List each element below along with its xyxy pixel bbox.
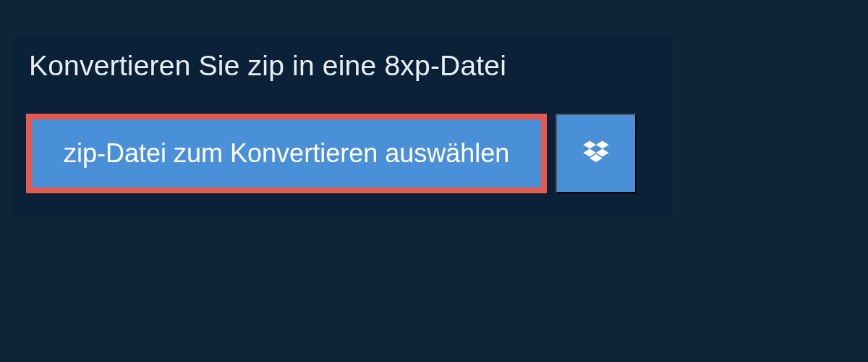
title-bar: Konvertieren Sie zip in eine 8xp-Datei bbox=[12, 37, 561, 99]
dropbox-button[interactable] bbox=[556, 114, 637, 193]
converter-panel: Konvertieren Sie zip in eine 8xp-Datei z… bbox=[12, 37, 673, 215]
page-title: Konvertieren Sie zip in eine 8xp-Datei bbox=[29, 50, 544, 82]
button-row: zip-Datei zum Konvertieren auswählen bbox=[12, 99, 673, 215]
select-file-button[interactable]: zip-Datei zum Konvertieren auswählen bbox=[26, 114, 547, 193]
dropbox-icon bbox=[580, 138, 612, 169]
